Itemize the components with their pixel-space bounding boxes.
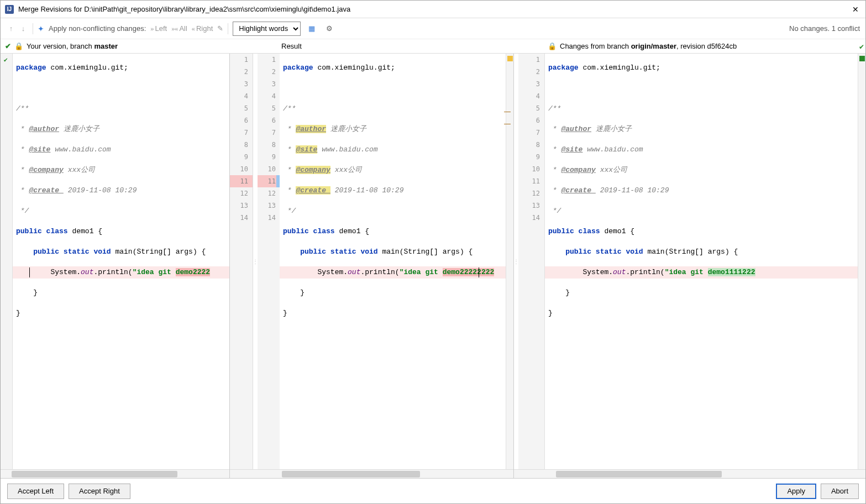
- apply-label: Apply non-conflicting changes:: [49, 24, 146, 33]
- right-scrollbar[interactable]: [545, 469, 865, 478]
- highlight-mode-select[interactable]: Highlight words: [233, 22, 301, 36]
- result-editor[interactable]: package com.xieminglu.git; /** * @author…: [280, 54, 506, 469]
- abort-button[interactable]: Abort: [821, 484, 859, 499]
- middle-header: Result: [281, 42, 302, 50]
- lock-icon: 🔒: [548, 42, 557, 50]
- mid-gutter-b: 1234567891011121314: [258, 54, 276, 469]
- layout-icon[interactable]: ▦: [305, 22, 318, 35]
- toolbar: ↑ ↓ ✦ Apply non-conflicting changes: »Le…: [1, 18, 865, 39]
- scrollbar: [230, 469, 276, 478]
- scrollbar: [514, 469, 545, 478]
- merge-content: ✔ package com.xieminglu.git; /** * @auth…: [1, 54, 865, 478]
- title-bar: IJ Merge Revisions for D:\initPath\git_r…: [1, 1, 865, 18]
- splitter-left[interactable]: ⋮: [253, 54, 258, 469]
- lock-icon: 🔒: [14, 42, 23, 50]
- check-icon: ✔: [859, 43, 864, 50]
- settings-icon[interactable]: ⚙: [323, 22, 336, 35]
- separator: [33, 23, 33, 34]
- apply-right-button[interactable]: «Right: [192, 24, 213, 33]
- apply-left-button[interactable]: »Left: [150, 24, 167, 33]
- check-icon: ✔: [5, 42, 11, 50]
- left-header: Your version, branch master: [27, 42, 118, 50]
- right-editor[interactable]: package com.xieminglu.git; /** * @author…: [545, 54, 858, 469]
- accept-left-button[interactable]: Accept Left: [7, 484, 64, 499]
- mid-right-strip: — —: [506, 54, 513, 469]
- next-diff-icon[interactable]: ↓: [18, 24, 28, 33]
- accept-right-button[interactable]: Accept Right: [69, 484, 130, 499]
- close-icon[interactable]: ✕: [850, 5, 861, 14]
- window-title: Merge Revisions for D:\initPath\git_repo…: [18, 5, 850, 13]
- footer: Accept Left Accept Right Apply Abort: [1, 478, 865, 503]
- left-scrollbar[interactable]: [1, 469, 229, 478]
- app-icon: IJ: [5, 5, 14, 14]
- left-editor[interactable]: package com.xieminglu.git; /** * @author…: [13, 54, 229, 469]
- pane-headers: ✔ 🔒 Your version, branch master Result 🔒…: [1, 39, 865, 54]
- apply-button[interactable]: Apply: [776, 484, 816, 499]
- edit-icon[interactable]: ✎: [217, 24, 223, 33]
- splitter-right[interactable]: ⋮: [514, 54, 518, 469]
- left-gutter: ✔: [1, 54, 13, 469]
- mid-gutter-a: 1234567891011121314: [230, 54, 253, 469]
- right-gutter: 1234567891011121314: [518, 54, 545, 469]
- separator: [228, 23, 228, 34]
- mid-scrollbar[interactable]: [276, 469, 513, 478]
- right-header: Changes from branch origin/master, revis…: [560, 42, 737, 50]
- magic-resolve-icon[interactable]: ✦: [38, 24, 44, 33]
- prev-diff-icon[interactable]: ↑: [6, 24, 16, 33]
- merge-status: No changes. 1 conflict: [789, 24, 860, 33]
- apply-all-button[interactable]: »«All: [171, 24, 187, 33]
- right-strip: [858, 54, 865, 469]
